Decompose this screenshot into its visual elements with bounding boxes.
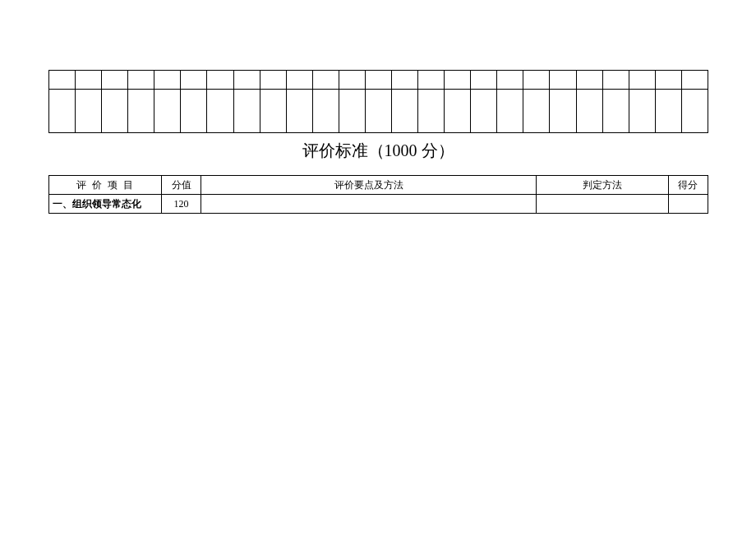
grid-cell	[286, 71, 312, 90]
grid-cell	[471, 90, 497, 133]
grid-cell	[260, 71, 286, 90]
grid-cell	[629, 71, 655, 90]
grid-cell	[655, 90, 681, 133]
grid-cell	[365, 90, 391, 133]
upper-grid-row	[49, 71, 708, 90]
grid-cell	[550, 71, 576, 90]
header-judge-method: 判定方法	[537, 176, 669, 195]
header-score-value: 分值	[162, 176, 201, 195]
cell-item: 一、组织领导常态化	[49, 195, 162, 214]
cell-score	[668, 195, 708, 214]
grid-cell	[550, 90, 576, 133]
grid-cell	[576, 90, 602, 133]
grid-cell	[76, 90, 102, 133]
grid-cell	[207, 71, 233, 90]
header-points-method: 评价要点及方法	[201, 176, 537, 195]
grid-cell	[260, 90, 286, 133]
grid-cell	[681, 90, 708, 133]
grid-cell	[629, 90, 655, 133]
grid-cell	[655, 71, 681, 90]
grid-cell	[576, 71, 602, 90]
grid-cell	[76, 71, 102, 90]
grid-cell	[128, 90, 154, 133]
grid-cell	[418, 71, 445, 90]
grid-cell	[365, 71, 391, 90]
grid-cell	[602, 71, 629, 90]
grid-cell	[128, 71, 154, 90]
table-header-row: 评 价 项 目 分值 评价要点及方法 判定方法 得分	[49, 176, 708, 195]
grid-cell	[339, 90, 365, 133]
grid-cell	[497, 71, 523, 90]
grid-cell	[523, 90, 550, 133]
grid-cell	[154, 71, 181, 90]
grid-cell	[392, 90, 418, 133]
header-score: 得分	[668, 176, 708, 195]
upper-grid-row	[49, 90, 708, 133]
grid-cell	[523, 71, 550, 90]
grid-cell	[154, 90, 181, 133]
cell-points-method	[201, 195, 537, 214]
grid-cell	[286, 90, 312, 133]
grid-cell	[102, 90, 128, 133]
grid-cell	[312, 71, 339, 90]
grid-cell	[418, 90, 445, 133]
grid-cell	[312, 90, 339, 133]
grid-cell	[602, 90, 629, 133]
grid-cell	[207, 90, 233, 133]
grid-cell	[49, 71, 76, 90]
grid-cell	[445, 90, 471, 133]
upper-grid-table	[48, 70, 708, 133]
grid-cell	[497, 90, 523, 133]
grid-cell	[181, 90, 207, 133]
grid-cell	[681, 71, 708, 90]
grid-cell	[339, 71, 365, 90]
grid-cell	[102, 71, 128, 90]
cell-judge-method	[537, 195, 669, 214]
grid-cell	[181, 71, 207, 90]
grid-cell	[471, 71, 497, 90]
grid-cell	[392, 71, 418, 90]
header-item: 评 价 项 目	[49, 176, 162, 195]
evaluation-table: 评 价 项 目 分值 评价要点及方法 判定方法 得分 一、组织领导常态化 120	[48, 175, 708, 214]
grid-cell	[233, 71, 260, 90]
cell-score-value: 120	[162, 195, 201, 214]
grid-cell	[49, 90, 76, 133]
grid-cell	[445, 71, 471, 90]
page-title: 评价标准（1000 分）	[0, 140, 756, 162]
grid-cell	[233, 90, 260, 133]
table-row: 一、组织领导常态化 120	[49, 195, 708, 214]
